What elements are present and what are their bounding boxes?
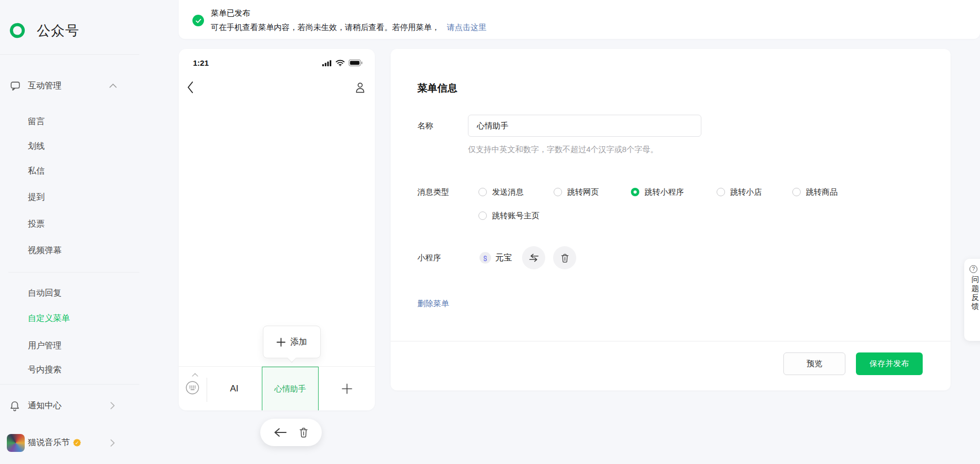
save-and-publish-button[interactable]: 保存并发布 — [856, 352, 923, 375]
feedback-vertical-label: 问 题 反 馈 — [971, 275, 979, 311]
divider — [0, 384, 139, 385]
account-avatar — [7, 434, 25, 452]
sidebar-item-notification-center[interactable]: 通知中心 — [28, 400, 62, 411]
miniprogram-label: 小程序 — [417, 252, 441, 264]
brand-logo-row: 公众号 — [8, 21, 79, 40]
signal-icon — [322, 60, 332, 66]
menu-name-input[interactable] — [468, 115, 701, 137]
sidebar-item-votes[interactable]: 投票 — [28, 218, 45, 230]
menu-tab-active[interactable]: 心情助手 — [262, 367, 319, 410]
menu-tab-add[interactable] — [319, 367, 375, 410]
radio-icon — [478, 188, 487, 196]
name-label: 名称 — [417, 120, 433, 132]
menu-tab-ai[interactable]: AI — [207, 367, 262, 410]
divider — [8, 272, 139, 273]
chevron-up-icon — [109, 84, 117, 88]
person-icon[interactable] — [354, 81, 366, 94]
radio-option-jump-miniprogram[interactable]: 跳转小程序 — [631, 187, 684, 197]
sidebar-group-interaction[interactable]: 互动管理 — [28, 80, 62, 92]
delete-menu-link[interactable]: 删除菜单 — [417, 298, 449, 309]
miniprogram-name: 元宝 — [495, 252, 512, 264]
sidebar-item-comments[interactable]: 留言 — [28, 116, 45, 127]
wechat-official-account-logo-icon — [8, 21, 27, 40]
publish-success-banner: 菜单已发布 可在手机查看菜单内容，若尚未生效，请稍后查看。若停用菜单， 请点击这… — [179, 0, 980, 39]
app-title: 公众号 — [37, 22, 79, 40]
chevron-right-icon — [110, 439, 115, 447]
name-hint: 仅支持中英文和数字，字数不超过4个汉字或8个字母。 — [468, 144, 658, 155]
remove-miniprogram-button[interactable] — [553, 246, 576, 269]
verified-badge-icon: ✓ — [73, 439, 81, 447]
plus-icon — [277, 338, 285, 347]
swap-miniprogram-button[interactable] — [522, 246, 545, 269]
menu-edit-toolbar — [260, 419, 322, 446]
question-icon: ? — [969, 265, 977, 273]
add-menu-label: 添加 — [290, 337, 307, 348]
divider — [0, 54, 139, 55]
sidebar-item-video-danmu[interactable]: 视频弹幕 — [28, 245, 62, 256]
wifi-icon — [335, 59, 345, 66]
radio-icon — [717, 188, 725, 196]
radio-icon — [792, 188, 801, 196]
undo-arrow-icon[interactable] — [273, 428, 287, 437]
phone-clock: 1:21 — [193, 58, 209, 67]
feedback-flap[interactable]: ? 问 题 反 馈 — [964, 259, 980, 341]
radio-option-jump-product[interactable]: 跳转商品 — [792, 187, 838, 197]
disable-menu-link[interactable]: 请点击这里 — [447, 22, 486, 33]
banner-body-text: 可在手机查看菜单内容，若尚未生效，请稍后查看。若停用菜单， — [211, 22, 440, 33]
radio-icon — [478, 211, 487, 220]
back-chevron-icon[interactable] — [187, 82, 193, 93]
trash-icon[interactable] — [299, 427, 309, 438]
account-name: 猫说音乐节 — [28, 437, 70, 448]
page: 公众号 互动管理 留言 划线 私信 提到 投票 视频弹幕 自动回复 自定义菜单 … — [0, 0, 980, 464]
divider — [391, 341, 951, 341]
panel-title: 菜单信息 — [417, 83, 457, 94]
phone-preview: 1:21 — [179, 49, 375, 410]
account-row[interactable]: 猫说音乐节 ✓ — [28, 437, 81, 448]
swap-arrows-icon — [529, 254, 539, 262]
preview-button[interactable]: 预览 — [783, 352, 845, 375]
chevron-right-icon — [110, 402, 115, 409]
sidebar-item-mentions[interactable]: 提到 — [28, 191, 45, 203]
sidebar-item-auto-reply[interactable]: 自动回复 — [28, 287, 62, 299]
plus-icon — [341, 383, 353, 395]
battery-icon — [349, 59, 363, 66]
sidebar-item-custom-menu[interactable]: 自定义菜单 — [28, 312, 70, 324]
caret-up-icon — [192, 373, 198, 377]
radio-option-jump-profile[interactable]: 跳转账号主页 — [478, 211, 539, 220]
chat-bubble-icon — [9, 80, 21, 92]
trash-icon — [560, 253, 569, 263]
popup-caret — [288, 354, 297, 362]
sidebar-item-account-search[interactable]: 号内搜索 — [28, 364, 62, 376]
sidebar-item-user-management[interactable]: 用户管理 — [28, 340, 62, 351]
radio-icon — [554, 188, 562, 196]
sidebar-item-underline[interactable]: 划线 — [28, 140, 45, 152]
radio-option-jump-webpage[interactable]: 跳转网页 — [554, 187, 599, 197]
menu-editor-panel: 菜单信息 名称 仅支持中英文和数字，字数不超过4个汉字或8个字母。 消息类型 发… — [391, 49, 951, 390]
phone-menu-bar: AI 心情助手 — [179, 366, 375, 410]
radio-selected-icon — [631, 188, 639, 196]
message-type-label: 消息类型 — [417, 186, 449, 198]
banner-title: 菜单已发布 — [211, 7, 250, 18]
radio-option-jump-store[interactable]: 跳转小店 — [717, 187, 762, 197]
check-circle-icon — [192, 15, 204, 26]
banner-body-row: 可在手机查看菜单内容，若尚未生效，请稍后查看。若停用菜单， 请点击这里 — [211, 22, 486, 33]
bell-icon — [9, 399, 21, 412]
miniprogram-logo-icon — [479, 252, 491, 264]
keyboard-icon[interactable] — [186, 381, 199, 395]
sidebar-item-private-msg[interactable]: 私信 — [28, 165, 45, 177]
phone-status-icons — [322, 59, 363, 66]
add-menu-button[interactable]: 添加 — [263, 326, 321, 358]
radio-option-send-message[interactable]: 发送消息 — [478, 187, 524, 197]
